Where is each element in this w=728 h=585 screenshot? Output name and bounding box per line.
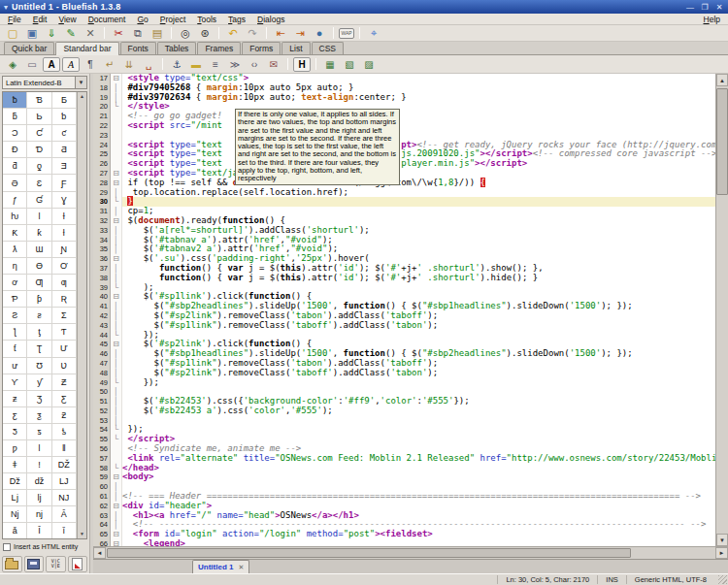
sidebar-tab-character-map[interactable]: V|C V|E <box>46 556 66 572</box>
unindent-button[interactable]: ⇤ <box>272 26 289 41</box>
charmap-cell[interactable]: Ơ <box>52 258 77 275</box>
charmap-cell[interactable]: ƶ <box>3 391 27 407</box>
charmap-cell[interactable]: Ƈ <box>27 125 51 142</box>
charmap-cell[interactable]: Ɯ <box>27 242 51 258</box>
multi-thumbnail-button[interactable]: ▨ <box>360 57 378 72</box>
charmap-cell[interactable]: ƅ <box>52 109 77 125</box>
tab-untitled-1[interactable]: Untitled 1 ✕ <box>192 560 249 573</box>
menu-help[interactable]: Help <box>698 15 726 24</box>
charmap-cell[interactable]: ƾ <box>52 424 77 440</box>
horizontal-scroll-thumb[interactable] <box>107 548 631 558</box>
paste-button[interactable]: ▤ <box>149 26 166 41</box>
charmap-cell[interactable]: ƛ <box>3 242 27 258</box>
redo-button[interactable]: ↷ <box>244 26 261 41</box>
charmap-cell[interactable]: Ƶ <box>52 374 77 391</box>
charset-dropdown[interactable]: Latin Extended-B <box>2 76 76 89</box>
charmap-cell[interactable]: Ǌ <box>52 490 77 506</box>
menu-document[interactable]: Document <box>83 15 132 24</box>
charmap-cell[interactable]: Ƹ <box>52 391 77 407</box>
charmap-cell[interactable]: ǉ <box>27 490 51 506</box>
fold-toggle-icon[interactable]: ⊟ <box>111 502 121 511</box>
scroll-down-icon[interactable]: ▼ <box>716 534 728 546</box>
tab-fonts[interactable]: Fonts <box>120 42 156 54</box>
charmap-cell[interactable]: Ƭ <box>52 324 77 341</box>
fold-toggle-icon[interactable]: ⊟ <box>111 179 121 188</box>
close-tab-icon[interactable]: ✕ <box>238 564 244 571</box>
open-file-button[interactable]: ▣ <box>23 26 41 41</box>
email-button[interactable]: ✉ <box>265 57 282 72</box>
charmap-cell[interactable]: ƚ <box>52 225 77 242</box>
charmap-cell[interactable]: ƍ <box>27 158 51 175</box>
charmap-cell[interactable]: Ƌ <box>52 142 77 158</box>
vertical-scroll-thumb[interactable] <box>716 88 728 195</box>
menu-tags[interactable]: Tags <box>222 15 251 24</box>
heading-button[interactable]: H <box>293 57 311 72</box>
charmap-cell[interactable]: Ʋ <box>52 358 77 374</box>
charmap-cell[interactable]: Ɵ <box>27 258 51 275</box>
menu-dialogs[interactable]: Dialogs <box>251 15 290 24</box>
menu-go[interactable]: Go <box>131 15 153 24</box>
charmap-cell[interactable]: ƞ <box>3 258 27 275</box>
charmap-cell[interactable]: ƈ <box>52 125 77 142</box>
charmap-cell[interactable]: Ɛ <box>27 175 51 191</box>
charmap-cell[interactable]: Ʊ <box>27 358 51 374</box>
charmap-cell[interactable]: ƕ <box>3 209 27 225</box>
find-button[interactable]: ◎ <box>177 26 194 41</box>
charmap-cell[interactable]: Ɓ <box>27 92 51 109</box>
bold-button[interactable]: A <box>43 57 60 72</box>
charmap-cell[interactable]: ƌ <box>3 158 27 175</box>
insert-entity-checkbox[interactable] <box>3 543 11 551</box>
charmap-cell[interactable]: ƥ <box>27 291 51 308</box>
quickstart-button[interactable]: ◈ <box>4 57 21 72</box>
charmap-cell[interactable]: Ʀ <box>52 291 77 308</box>
charmap-cell[interactable]: ƀ <box>3 92 27 109</box>
charmap-cell[interactable]: Ǝ <box>52 158 77 175</box>
charmap-cell[interactable]: Ʒ <box>27 391 51 407</box>
sidebar-tab-snippets[interactable] <box>68 556 88 572</box>
charmap-cell[interactable]: Ɲ <box>52 242 77 258</box>
charmap-cell[interactable]: ư <box>3 358 27 374</box>
charmap-cell[interactable]: ƪ <box>3 324 27 341</box>
menu-file[interactable]: File <box>2 15 27 24</box>
charmap-cell[interactable]: Ƣ <box>27 275 51 291</box>
wap-preview-button[interactable]: WAP <box>339 28 354 39</box>
charmap-cell[interactable]: ǅ <box>3 473 27 490</box>
center-button[interactable]: ≡ <box>207 57 224 72</box>
charmap-cell[interactable]: ƴ <box>27 374 51 391</box>
scroll-down-icon[interactable]: ▼ <box>80 530 84 538</box>
scroll-up-icon[interactable]: ▲ <box>80 92 84 101</box>
indent-button[interactable]: ⇥ <box>291 26 309 41</box>
charmap-cell[interactable]: Ƅ <box>27 109 51 125</box>
window-menu-icon[interactable]: ▾ <box>4 3 8 12</box>
charmap-cell[interactable]: Ƃ <box>52 92 77 109</box>
break-clear-button[interactable]: ⇊ <box>120 57 138 72</box>
charmap-cell[interactable]: Ƒ <box>52 175 77 191</box>
save-as-button[interactable]: ✎ <box>62 26 80 41</box>
fold-toggle-icon[interactable]: ⊟ <box>111 530 121 539</box>
charmap-cell[interactable]: ƭ <box>3 341 27 357</box>
tab-css[interactable]: CSS <box>312 42 344 54</box>
charmap-cell[interactable]: Ɨ <box>52 209 77 225</box>
browser-preview-button[interactable]: ● <box>311 26 328 41</box>
charmap-cell[interactable]: ǎ <box>3 523 27 538</box>
thumbnail-button[interactable]: ▧ <box>341 57 358 72</box>
right-justify-button[interactable]: ≫ <box>226 57 244 72</box>
fold-toggle-icon[interactable]: ⊟ <box>111 472 121 482</box>
charmap-cell[interactable]: ƃ <box>3 109 27 125</box>
tab-quick-bar[interactable]: Quick bar <box>4 42 54 54</box>
vertical-scrollbar[interactable]: ▲ ▼ <box>715 74 728 546</box>
close-window-icon[interactable]: ✕ <box>714 3 724 12</box>
charmap-cell[interactable]: Ƙ <box>3 225 27 242</box>
charmap-cell[interactable]: ƙ <box>27 225 51 242</box>
save-button[interactable]: ⇓ <box>43 26 60 41</box>
tab-forms[interactable]: Forms <box>242 42 281 54</box>
body-tag-button[interactable]: ▭ <box>23 57 41 72</box>
copy-button[interactable]: ⧉ <box>129 26 147 41</box>
undo-button[interactable]: ↶ <box>224 26 242 41</box>
charmap-cell[interactable]: Ɗ <box>27 142 51 158</box>
fold-toggle-icon[interactable]: ⊟ <box>111 340 121 349</box>
charmap-cell[interactable]: ǈ <box>3 490 27 506</box>
charmap-cell[interactable]: ƽ <box>27 424 51 440</box>
italic-button[interactable]: A <box>62 57 80 72</box>
charmap-cell[interactable]: ƣ <box>52 275 77 291</box>
